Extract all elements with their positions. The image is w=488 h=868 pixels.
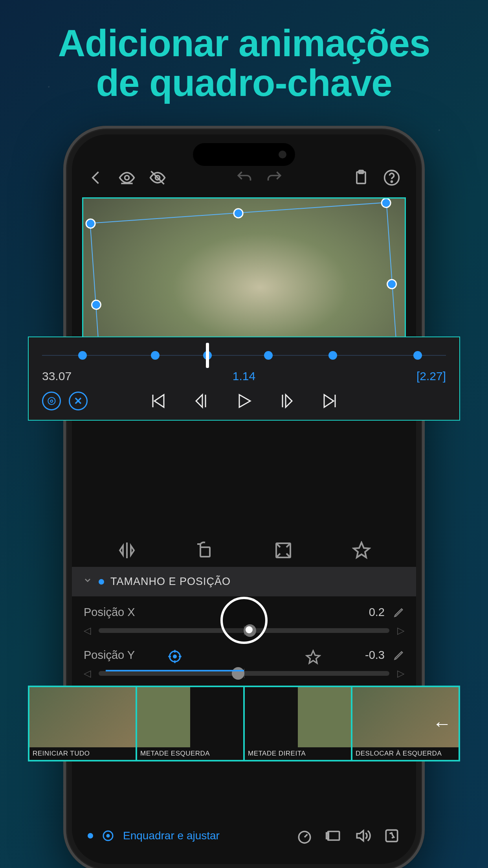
pencil-icon[interactable] xyxy=(393,607,404,618)
nudge-right-icon[interactable]: ▷ xyxy=(397,625,404,636)
frame-back-icon[interactable] xyxy=(191,392,210,410)
rotation-dial[interactable] xyxy=(220,597,268,644)
mode-bar xyxy=(82,643,406,671)
flip-icon[interactable] xyxy=(117,541,136,560)
mode-crop[interactable] xyxy=(106,643,244,671)
keyframe-dot[interactable] xyxy=(78,351,87,360)
resize-handle-mid-left[interactable] xyxy=(91,299,102,310)
star-icon[interactable] xyxy=(352,541,371,560)
marketing-headline: Adicionar animações de quadro-chave xyxy=(0,24,488,103)
crop-target-icon xyxy=(167,649,183,664)
volume-icon[interactable] xyxy=(354,827,371,844)
speed-icon[interactable] xyxy=(296,827,313,844)
dynamic-island xyxy=(193,143,295,166)
frame-icon[interactable] xyxy=(325,827,342,844)
svg-rect-15 xyxy=(386,830,397,841)
keyframe-badges: ⦾ ✕ xyxy=(42,392,88,410)
crop-target-icon xyxy=(101,829,115,843)
keyframe-indicator-dot xyxy=(99,579,104,585)
keyframe-panel: 33.07 1.14 [2.27] ⦾ ✕ xyxy=(28,337,460,421)
mode-favorite[interactable] xyxy=(244,643,382,671)
svg-rect-13 xyxy=(328,831,339,840)
resize-handle-top-mid[interactable] xyxy=(233,208,244,219)
preset-reset-all[interactable]: REINICIAR TUDO xyxy=(29,686,136,761)
keyframe-dot[interactable] xyxy=(328,351,337,360)
preset-half-right[interactable]: METADE DIREITA xyxy=(244,686,352,761)
param-value: 0.2 xyxy=(369,606,385,619)
fit-icon[interactable] xyxy=(274,541,293,560)
visibility-off-icon[interactable] xyxy=(149,169,166,186)
keyframe-dot[interactable] xyxy=(413,351,422,360)
slider-position-y[interactable] xyxy=(99,671,389,676)
svg-point-9 xyxy=(174,655,176,658)
star-icon xyxy=(305,649,321,665)
preset-panel: REINICIAR TUDO METADE ESQUERDA METADE DI… xyxy=(28,686,460,761)
skip-end-icon[interactable] xyxy=(321,392,340,410)
keyframe-dot[interactable] xyxy=(151,351,160,360)
section-title: TAMANHO E POSIÇÃO xyxy=(110,576,231,588)
effects-icon[interactable] xyxy=(383,827,400,844)
time-elapsed: 33.07 xyxy=(42,370,72,383)
chevron-down-icon xyxy=(83,576,92,588)
preset-half-left[interactable]: METADE ESQUERDA xyxy=(136,686,244,761)
keyframe-track[interactable] xyxy=(42,345,446,366)
svg-point-11 xyxy=(107,835,109,837)
keyframe-multi-icon[interactable]: ⦾ xyxy=(42,392,61,410)
mode-label[interactable]: Enquadrar e ajustar xyxy=(123,829,220,842)
arrow-left-icon: ← xyxy=(433,713,451,734)
keyframe-dot[interactable] xyxy=(264,351,273,360)
back-icon[interactable] xyxy=(88,169,105,186)
undo-icon[interactable] xyxy=(235,169,253,186)
svg-point-5 xyxy=(391,181,393,182)
time-current: 1.14 xyxy=(233,370,255,383)
section-header-size-position[interactable]: TAMANHO E POSIÇÃO xyxy=(72,567,416,596)
nudge-left-icon[interactable]: ◁ xyxy=(84,625,91,636)
resize-handle-top-left[interactable] xyxy=(85,218,96,229)
playhead[interactable] xyxy=(206,343,209,368)
active-dot xyxy=(88,833,93,839)
svg-rect-6 xyxy=(200,547,210,557)
help-icon[interactable] xyxy=(383,169,400,186)
rotate-icon[interactable] xyxy=(196,541,215,560)
bottom-bar: Enquadrar e ajustar xyxy=(82,820,406,851)
visibility-on-icon[interactable] xyxy=(118,169,136,186)
clipboard-icon[interactable] xyxy=(352,169,370,186)
tool-tabs xyxy=(72,531,416,567)
play-icon[interactable] xyxy=(235,392,253,410)
frame-forward-icon[interactable] xyxy=(278,392,297,410)
svg-point-0 xyxy=(125,176,129,180)
redo-icon[interactable] xyxy=(266,169,283,186)
keyframe-delete-icon[interactable]: ✕ xyxy=(69,392,88,410)
time-remaining: [2.27] xyxy=(416,370,446,383)
skip-start-icon[interactable] xyxy=(148,392,167,410)
param-label: Posição X xyxy=(84,606,135,619)
preset-shift-left[interactable]: ← DESLOCAR À ESQUERDA xyxy=(352,686,459,761)
